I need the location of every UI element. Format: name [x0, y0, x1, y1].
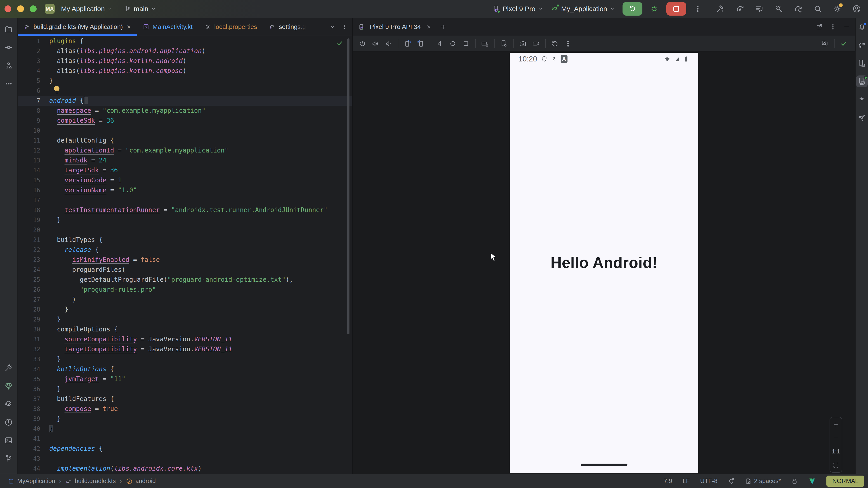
tool-window-button-plane[interactable] [856, 111, 868, 123]
power-icon[interactable] [359, 40, 366, 47]
tool-window-button-structure[interactable] [1, 58, 16, 73]
line-number[interactable]: 20 [18, 225, 49, 235]
device-screen[interactable]: 10:20 A Hello Android! [510, 53, 698, 473]
breadcrumb-item[interactable]: build.gradle.kts [65, 478, 116, 485]
tool-window-button-gemini-spark[interactable] [856, 94, 868, 105]
gradle-sync-icon[interactable] [794, 4, 803, 13]
close-icon[interactable] [426, 24, 432, 30]
device-selector[interactable]: Pixel 9 Pro [492, 5, 543, 13]
line-number[interactable]: 34 [18, 364, 49, 374]
settings-gear-icon[interactable] [833, 4, 842, 13]
line-number[interactable]: 38 [18, 404, 49, 414]
line-number[interactable]: 16 [18, 185, 49, 195]
open-in-window-icon[interactable] [816, 24, 823, 30]
inspections-ok-icon[interactable] [336, 40, 343, 46]
vcs-branch-widget[interactable]: main [124, 5, 156, 13]
line-number[interactable]: 6 [18, 86, 49, 96]
device-tab-label[interactable]: Pixel 9 Pro API 34 [370, 23, 421, 31]
apply-code-changes-icon[interactable] [755, 4, 764, 13]
tool-window-button-terminal[interactable] [1, 433, 16, 448]
device-settings-icon[interactable] [500, 40, 508, 47]
line-number[interactable]: 1 [18, 36, 49, 46]
attach-debugger-icon[interactable] [774, 4, 783, 13]
editor-tab[interactable]: settings.g [263, 18, 312, 36]
line-number[interactable]: 3 [18, 56, 49, 66]
line-number[interactable]: 39 [18, 414, 49, 424]
line-number[interactable]: 32 [18, 344, 49, 354]
line-number[interactable]: 8 [18, 106, 49, 116]
line-number[interactable]: 12 [18, 145, 49, 156]
record-icon[interactable] [532, 40, 540, 47]
account-avatar-icon[interactable] [852, 4, 861, 13]
line-number[interactable]: 43 [18, 454, 49, 464]
rotate-left-icon[interactable] [404, 40, 411, 47]
screenshot-icon[interactable] [519, 40, 527, 47]
line-number[interactable]: 4 [18, 66, 49, 76]
run-configuration-selector[interactable]: My_Application [551, 5, 615, 13]
tool-window-button-commit[interactable] [1, 40, 16, 55]
intention-bulb-icon[interactable] [53, 86, 60, 94]
pin-icon[interactable] [728, 478, 735, 485]
keyboard-icon[interactable] [481, 40, 489, 47]
line-number[interactable]: 36 [18, 384, 49, 394]
indent-widget[interactable]: 2 spaces* [745, 478, 781, 485]
caret-position[interactable]: 7:9 [664, 478, 672, 485]
home-icon[interactable] [449, 40, 457, 47]
tab-options-icon[interactable] [341, 24, 347, 30]
tool-window-button-logcat-cat[interactable] [1, 397, 16, 412]
line-number[interactable]: 5 [18, 76, 49, 86]
tool-window-button-device-manager[interactable] [856, 57, 868, 69]
line-number[interactable]: 23 [18, 255, 49, 265]
zoom-in-icon[interactable] [833, 421, 839, 428]
build-hammer-run-icon[interactable] [716, 4, 725, 13]
close-window-button[interactable] [4, 5, 11, 12]
line-number[interactable]: 31 [18, 334, 49, 344]
add-device-tab-icon[interactable] [440, 24, 447, 30]
tab-list-chevron-icon[interactable] [330, 24, 336, 30]
line-number[interactable]: 41 [18, 434, 49, 444]
rerun-app-button[interactable] [622, 2, 643, 15]
line-number[interactable]: 19 [18, 215, 49, 225]
line-number[interactable]: 40 [18, 424, 49, 434]
kebab-icon[interactable] [564, 40, 572, 47]
line-number[interactable]: 9 [18, 116, 49, 126]
stop-app-button[interactable] [666, 2, 686, 15]
line-number[interactable]: 35 [18, 374, 49, 384]
line-number[interactable]: 15 [18, 175, 49, 185]
tool-window-button-gradle-elephant[interactable] [856, 39, 868, 51]
maximize-window-button[interactable] [30, 5, 37, 12]
line-number[interactable]: 28 [18, 304, 49, 315]
file-encoding[interactable]: UTF-8 [700, 478, 717, 485]
project-widget[interactable]: MA My Application [45, 4, 112, 14]
zoom-reset-label[interactable]: 1:1 [832, 448, 840, 455]
line-number[interactable]: 27 [18, 295, 49, 304]
editor-tab[interactable]: local.properties [198, 18, 263, 36]
layout-inspector-icon[interactable] [821, 40, 829, 47]
editor-scrollbar[interactable] [347, 38, 349, 334]
line-number[interactable]: 18 [18, 205, 49, 215]
apply-changes-icon[interactable] [736, 4, 745, 13]
line-number[interactable]: 2 [18, 46, 49, 56]
line-number[interactable]: 17 [18, 195, 49, 205]
line-number[interactable]: 21 [18, 235, 49, 245]
overview-icon[interactable] [462, 40, 470, 47]
search-icon[interactable] [813, 4, 822, 13]
tool-window-button-git-branch[interactable] [1, 451, 16, 466]
close-icon[interactable]: × [127, 23, 131, 31]
line-number[interactable]: 10 [18, 126, 49, 135]
volume-up-icon[interactable] [372, 40, 379, 47]
line-number[interactable]: 44 [18, 464, 49, 474]
reset-icon[interactable] [551, 40, 559, 47]
line-number[interactable]: 14 [18, 165, 49, 175]
debug-bug-icon[interactable] [650, 4, 659, 13]
tool-window-button-more[interactable] [1, 76, 16, 91]
line-number[interactable]: 13 [18, 156, 49, 165]
line-number[interactable]: 42 [18, 444, 49, 454]
line-number[interactable]: 7 [18, 96, 49, 106]
tool-window-button-hammer[interactable] [1, 361, 16, 375]
line-number[interactable]: 22 [18, 245, 49, 255]
line-number[interactable]: 26 [18, 285, 49, 295]
hide-panel-icon[interactable] [843, 24, 850, 30]
vim-icon[interactable] [808, 477, 816, 485]
fit-screen-icon[interactable] [833, 462, 839, 468]
